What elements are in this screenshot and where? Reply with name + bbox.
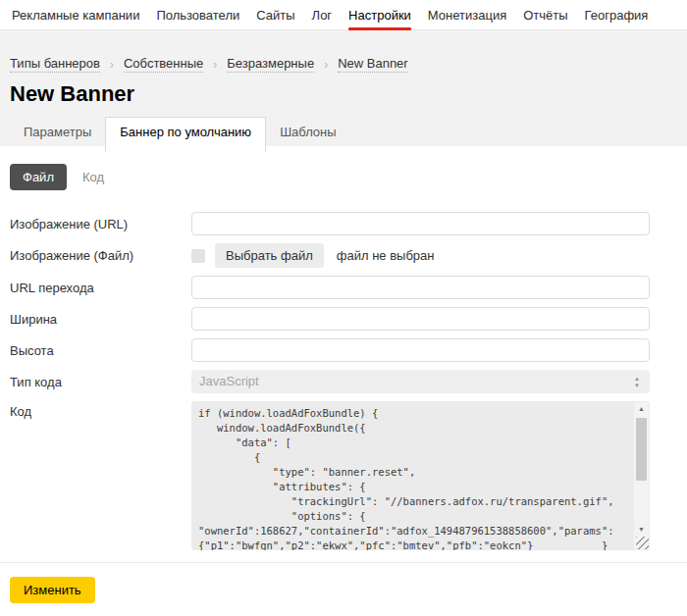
image-file-checkbox[interactable]: [191, 249, 205, 263]
form-row-image-file: Изображение (Файл) Выбрать файл файл не …: [10, 243, 675, 268]
footer: Изменить: [0, 563, 687, 603]
form-row-code: Код if (window.loadAdFoxBundle) { window…: [10, 401, 675, 550]
form-row-code-type: Тип кода JavaScript ▲▼: [10, 370, 675, 393]
breadcrumb-current-banner[interactable]: New Banner: [338, 56, 408, 73]
breadcrumb-banner-types[interactable]: Типы баннеров: [10, 56, 100, 73]
submit-button[interactable]: Изменить: [10, 577, 95, 603]
chevron-right-icon: ›: [213, 58, 217, 72]
banner-form: Изображение (URL) Изображение (Файл) Выб…: [10, 212, 675, 550]
click-url-input[interactable]: [191, 276, 650, 299]
code-type-label: Тип кода: [10, 375, 191, 389]
breadcrumb-sizeless[interactable]: Безразмерные: [227, 56, 314, 73]
nav-item-reports[interactable]: Отчёты: [523, 0, 567, 29]
code-scrollbar[interactable]: ▲ ▼: [634, 402, 649, 549]
nav-item-monetization[interactable]: Монетизация: [428, 0, 506, 29]
nav-item-log[interactable]: Лог: [312, 0, 333, 29]
code-type-select[interactable]: JavaScript ▲▼: [191, 370, 650, 393]
code-textarea[interactable]: if (window.loadAdFoxBundle) { window.loa…: [191, 401, 650, 550]
resize-grip-icon[interactable]: [636, 537, 649, 549]
image-file-label: Изображение (Файл): [10, 248, 191, 263]
file-mode-button[interactable]: Файл: [10, 164, 67, 190]
nav-item-campaigns[interactable]: Рекламные кампании: [12, 0, 139, 29]
tab-parameters[interactable]: Параметры: [10, 118, 105, 146]
tab-templates[interactable]: Шаблоны: [266, 118, 350, 146]
form-row-height: Высота: [10, 338, 675, 362]
tab-bar: Параметры Баннер по умолчанию Шаблоны: [10, 117, 675, 146]
scroll-up-icon[interactable]: ▲: [634, 405, 649, 412]
height-input[interactable]: [191, 338, 650, 362]
tab-content: Файл Код Изображение (URL) Изображение (…: [0, 146, 687, 550]
form-row-image-url: Изображение (URL): [10, 212, 675, 235]
code-mode-button[interactable]: Код: [82, 170, 104, 184]
nav-item-geography[interactable]: География: [585, 0, 649, 29]
chevron-right-icon: ›: [110, 58, 114, 72]
banner-mode-toggle: Файл Код: [10, 164, 675, 190]
page-title: New Banner: [10, 81, 675, 107]
top-navigation: Рекламные кампании Пользователи Сайты Ло…: [0, 0, 687, 30]
nav-item-sites[interactable]: Сайты: [256, 0, 294, 29]
image-url-label: Изображение (URL): [10, 217, 191, 231]
form-row-width: Ширина: [10, 307, 675, 331]
breadcrumb: Типы баннеров › Собственные › Безразмерн…: [10, 56, 675, 73]
nav-item-users[interactable]: Пользователи: [156, 0, 239, 29]
scroll-down-icon[interactable]: ▼: [634, 526, 649, 533]
width-label: Ширина: [10, 312, 191, 327]
code-label: Код: [10, 401, 191, 419]
page-header: Типы баннеров › Собственные › Безразмерн…: [0, 30, 687, 146]
height-label: Высота: [10, 343, 191, 358]
tab-default-banner[interactable]: Баннер по умолчанию: [105, 117, 266, 152]
image-url-input[interactable]: [191, 212, 650, 235]
width-input[interactable]: [191, 307, 650, 331]
choose-file-button[interactable]: Выбрать файл: [215, 243, 324, 268]
breadcrumb-own-banners[interactable]: Собственные: [124, 56, 203, 73]
chevron-right-icon: ›: [324, 58, 328, 72]
code-text: if (window.loadAdFoxBundle) { window.loa…: [191, 401, 650, 550]
scrollbar-thumb[interactable]: [636, 418, 647, 481]
form-row-click-url: URL перехода: [10, 276, 675, 299]
file-status-text: файл не выбран: [337, 248, 435, 263]
select-updown-icon: ▲▼: [634, 376, 640, 388]
code-type-selected-value: JavaScript: [191, 370, 650, 393]
click-url-label: URL перехода: [10, 281, 191, 295]
nav-item-settings[interactable]: Настройки: [348, 0, 411, 29]
